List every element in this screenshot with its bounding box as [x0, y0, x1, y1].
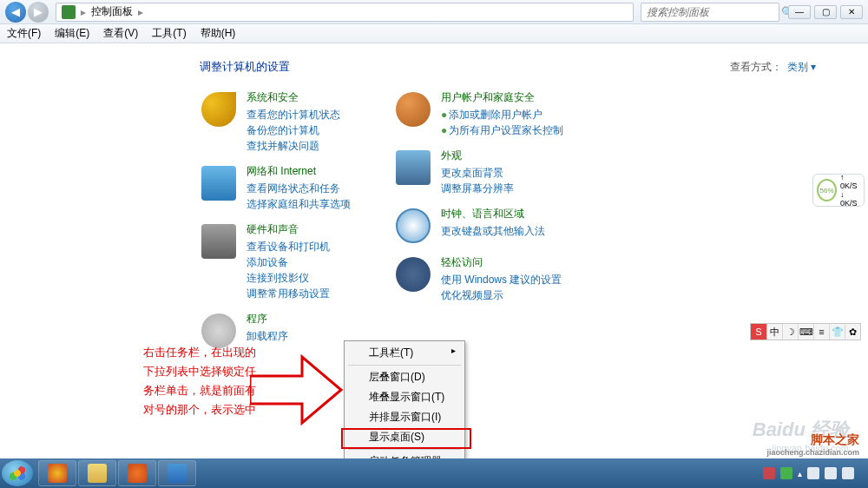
category-link[interactable]: 连接到投影仪 [247, 270, 330, 286]
address-bar[interactable]: ▸ 控制面板 ▸ [56, 3, 634, 22]
tray-volume-icon[interactable] [825, 467, 837, 479]
category-link[interactable]: 查找并解决问题 [247, 138, 340, 154]
context-menu-item[interactable]: 层叠窗口(D) [346, 367, 463, 387]
category-link[interactable]: 查看设备和打印机 [247, 239, 330, 254]
category-link[interactable]: 选择家庭组和共享选项 [247, 196, 351, 212]
page-title: 调整计算机的设置 [200, 59, 290, 75]
category-title[interactable]: 程序 [247, 312, 288, 326]
cpu-percent: 56% [817, 179, 837, 201]
minimize-button[interactable]: — [788, 5, 811, 19]
category-title[interactable]: 网络和 Internet [247, 164, 351, 179]
nav-back-button[interactable]: ◀ [5, 2, 26, 23]
context-menu-item[interactable]: 堆叠显示窗口(T) [346, 387, 463, 407]
annotation-arrow-icon [250, 350, 345, 428]
category-title[interactable]: 用户帐户和家庭安全 [441, 90, 563, 105]
view-by-dropdown[interactable]: 类别 ▾ [787, 60, 816, 75]
category-title[interactable]: 轻松访问 [441, 255, 562, 270]
window-titlebar: ◀ ▶ ▸ 控制面板 ▸ 🔍 — ▢ ✕ [0, 0, 868, 24]
category-item: 轻松访问使用 Windows 建议的设置优化视频显示 [394, 255, 563, 303]
category-link[interactable]: 调整屏幕分辨率 [441, 181, 514, 196]
nav-forward-button[interactable]: ▶ [28, 2, 49, 23]
breadcrumb-arrow-icon: ▸ [81, 6, 86, 18]
search-box[interactable]: 🔍 [641, 3, 779, 22]
close-button[interactable]: ✕ [840, 5, 863, 19]
category-link[interactable]: 卸载程序 [247, 328, 288, 344]
category-item: 外观更改桌面背景调整屏幕分辨率 [394, 148, 563, 196]
net-download: ↓ 0K/S [840, 190, 860, 208]
system-tray[interactable]: ▴ [763, 467, 866, 479]
category-link[interactable]: 调整常用移动设置 [247, 286, 330, 301]
menu-view[interactable]: 查看(V) [103, 26, 138, 41]
ime-button[interactable]: ✿ [845, 324, 860, 340]
category-link[interactable]: ●添加或删除用户帐户 [441, 107, 563, 122]
category-link[interactable]: 备份您的计算机 [247, 122, 340, 138]
category-link[interactable]: 查看您的计算机状态 [247, 107, 340, 122]
tray-flag-icon[interactable] [842, 467, 854, 479]
ime-button[interactable]: S [751, 324, 766, 340]
taskbar-item-explorer[interactable] [78, 460, 116, 486]
context-menu-item[interactable]: 工具栏(T) [346, 343, 463, 363]
performance-widget[interactable]: 56% ↑ 0K/S ↓ 0K/S [812, 174, 865, 207]
maximize-button[interactable]: ▢ [814, 5, 837, 19]
category-link[interactable]: 查看网络状态和任务 [247, 181, 351, 196]
category-icon [200, 90, 238, 129]
category-item: 网络和 Internet查看网络状态和任务选择家庭组和共享选项 [200, 164, 351, 212]
ime-button[interactable]: ☽ [782, 324, 798, 340]
category-title[interactable]: 硬件和声音 [247, 222, 330, 237]
view-by-label: 查看方式： [730, 60, 782, 75]
control-panel-icon [62, 5, 76, 19]
ime-button[interactable]: 中 [766, 324, 782, 340]
category-item: 硬件和声音查看设备和打印机添加设备连接到投影仪调整常用移动设置 [200, 222, 351, 301]
annotation-text: 右击任务栏，在出现的下拉列表中选择锁定任务栏单击，就是前面有对号的那个，表示选中 [143, 343, 265, 419]
context-menu-item[interactable]: 显示桌面(S) [346, 427, 463, 447]
taskbar-item-app2[interactable] [158, 460, 196, 486]
breadcrumb-root[interactable]: 控制面板 [91, 4, 133, 19]
taskbar[interactable]: ▴ [0, 458, 868, 488]
tray-icon[interactable] [763, 467, 775, 479]
ime-toolbar[interactable]: S中☽⌨≡👕✿ [750, 323, 861, 340]
menu-tools[interactable]: 工具(T) [152, 26, 186, 41]
category-title[interactable]: 时钟、语言和区域 [441, 207, 545, 221]
start-button[interactable] [2, 460, 33, 486]
menu-bar: 文件(F) 编辑(E) 查看(V) 工具(T) 帮助(H) [0, 24, 868, 43]
menu-help[interactable]: 帮助(H) [201, 26, 236, 41]
category-link[interactable]: ●为所有用户设置家长控制 [441, 122, 563, 138]
menu-edit[interactable]: 编辑(E) [55, 26, 89, 41]
category-icon [394, 207, 432, 245]
category-title[interactable]: 系统和安全 [247, 90, 340, 105]
ime-button[interactable]: ≡ [813, 324, 829, 340]
search-input[interactable] [647, 6, 778, 18]
ime-button[interactable]: ⌨ [798, 324, 813, 340]
category-link[interactable]: 使用 Windows 建议的设置 [441, 272, 562, 287]
view-by-control: 查看方式： 类别 ▾ [730, 60, 816, 75]
ime-button[interactable]: 👕 [829, 324, 845, 340]
category-item: 时钟、语言和区域更改键盘或其他输入法 [394, 207, 563, 245]
breadcrumb-arrow-icon: ▸ [138, 6, 143, 18]
tray-network-icon[interactable] [807, 467, 819, 479]
category-item: 系统和安全查看您的计算机状态备份您的计算机查找并解决问题 [200, 90, 351, 154]
category-icon [394, 148, 432, 187]
taskbar-item-app[interactable] [118, 460, 156, 486]
category-icon [200, 164, 238, 202]
category-title[interactable]: 外观 [441, 148, 514, 163]
category-link[interactable]: 添加设备 [247, 254, 330, 270]
category-icon [200, 222, 238, 260]
category-icon [394, 255, 432, 293]
context-menu-item[interactable]: 并排显示窗口(I) [346, 407, 463, 427]
taskbar-item-chrome[interactable] [38, 460, 76, 486]
category-link[interactable]: 优化视频显示 [441, 287, 562, 303]
net-upload: ↑ 0K/S [840, 173, 860, 190]
category-icon [394, 90, 432, 129]
menu-file[interactable]: 文件(F) [7, 26, 41, 41]
category-link[interactable]: 更改键盘或其他输入法 [441, 223, 545, 239]
category-item: 用户帐户和家庭安全●添加或删除用户帐户●为所有用户设置家长控制 [394, 90, 563, 138]
tray-icon[interactable] [780, 467, 792, 479]
tray-expand-icon[interactable]: ▴ [798, 469, 802, 478]
site-watermark: 脚本之家 jiaocheng.chazidian.com [766, 432, 859, 457]
category-link[interactable]: 更改桌面背景 [441, 165, 514, 181]
